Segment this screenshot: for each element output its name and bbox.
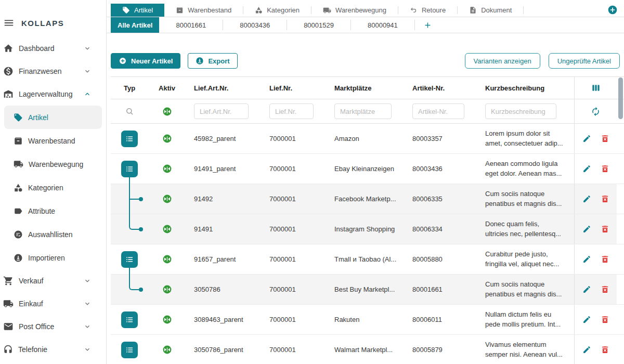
lief-nr-filter-input[interactable] [269,103,314,119]
unverified-articles-button[interactable]: Ungeprüfte Artikel [549,53,620,69]
tree-node-dot [139,197,143,201]
sidebar-item-finanzwesen[interactable]: Finanzwesen [0,60,106,83]
lief-art-nr-filter-input[interactable] [194,103,249,119]
new-article-button[interactable]: Neuer Artikel [111,53,180,69]
main-tab-bar: Artikel Warenbestand Kategorien Warenbew… [107,4,624,17]
subtab-alle-artikel[interactable]: Alle Artikel [111,17,159,33]
brand-name: KOLLAPS [21,19,64,28]
chevron-down-icon [83,345,92,354]
refresh-button[interactable] [574,99,617,123]
col-header-marktplaetze: Marktplätze [326,84,404,92]
active-toggle[interactable] [148,154,186,184]
archive-box-icon [176,6,184,14]
delete-icon[interactable] [601,194,609,203]
category-icon [255,6,263,14]
active-toggle[interactable] [148,305,186,334]
sidebar-item-verkauf[interactable]: Verkauf [0,269,106,292]
subtab-80003436[interactable]: 80003436 [223,17,287,33]
row-type-cell [111,305,148,334]
tab-dokument[interactable]: Dokument [458,4,523,17]
tree-line [129,274,140,290]
short-description: Curabitur pede justo,fringilla vel, aliq… [477,250,574,269]
sidebar-item-post-office[interactable]: Post Office [0,315,106,338]
edit-icon[interactable] [582,345,591,354]
sidebar-item-warenbestand[interactable]: Warenbestand [0,129,106,152]
edit-icon[interactable] [582,164,591,173]
sidebar-item-artikel[interactable]: Artikel [4,106,102,129]
active-toggle[interactable] [148,244,186,274]
col-header-kurzbeschreibung: Kurzbeschreibung [477,84,574,92]
delete-icon[interactable] [601,255,609,264]
tree-line [129,177,130,184]
sidebar-item-auswahllisten[interactable]: Auswahllisten [0,223,106,246]
edit-icon[interactable] [582,225,591,233]
col-header-artikel-nr: Artikel-Nr. [404,84,477,92]
parent-list-icon[interactable] [121,161,138,177]
sidebar-item-warenbewegung[interactable]: Warenbewegung [0,152,106,176]
subtab-80001529[interactable]: 80001529 [287,17,350,33]
chevron-down-icon [83,322,92,331]
edit-icon[interactable] [582,315,591,324]
sidebar-item-kategorien[interactable]: Kategorien [0,176,106,199]
edit-icon[interactable] [582,194,591,203]
truck-icon [14,159,23,169]
subtab-80001661[interactable]: 80001661 [159,17,223,33]
active-toggle[interactable] [148,214,186,244]
articles-table: Typ Aktiv Lief.Art.Nr. Lief.Nr. Marktplä… [111,76,624,364]
active-toggle[interactable] [148,335,186,364]
delete-icon[interactable] [601,285,609,294]
row-type-cell [111,214,148,244]
parent-list-icon[interactable] [121,342,138,358]
toolbar: Neuer Artikel Export Varianten anzeigen … [111,53,620,69]
show-variants-button[interactable]: Varianten anzeigen [465,53,540,69]
edit-icon[interactable] [582,285,591,294]
tab-kategorien[interactable]: Kategorien [243,4,311,17]
export-button[interactable]: Export [188,53,237,69]
tab-retoure[interactable]: Retoure [398,4,457,17]
kurzbeschreibung-filter-input[interactable] [485,103,556,119]
marktplaetze-filter-input[interactable] [334,103,392,119]
sidebar-item-attribute[interactable]: Attribute [0,199,106,223]
menu-icon[interactable] [3,17,15,29]
sidebar-item-importieren[interactable]: Importieren [0,246,106,269]
delete-icon[interactable] [601,164,609,173]
typ-filter [111,99,148,123]
short-description: Cum sociis natoquepenatibus et magnis di… [477,280,574,300]
import-circle-icon [14,253,23,263]
aktiv-filter[interactable] [148,99,186,123]
tab-warenbewegung[interactable]: Warenbewegung [311,4,398,17]
sidebar-item-einkauf[interactable]: Einkauf [0,292,106,315]
add-circle-icon [119,57,127,65]
subtab-80000941[interactable]: 80000941 [351,17,414,33]
parent-list-icon[interactable] [121,251,138,268]
sidebar-item-lagerverwaltung[interactable]: Lagerverwaltung [0,83,106,106]
add-subtab-button[interactable] [415,17,440,33]
delete-icon[interactable] [601,315,609,324]
sidebar-item-telefonie[interactable]: Telefonie [0,338,106,361]
tab-warenbestand[interactable]: Warenbestand [164,4,243,17]
tab-artikel[interactable]: Artikel [111,4,164,17]
columns-settings-button[interactable] [574,77,617,99]
edit-icon[interactable] [582,255,591,264]
table-row: 91491_parent 7000001 Ebay Kleinanzeigen … [111,154,624,184]
short-description: Aenean commodo ligulaeget dolor. Aenean … [477,159,574,179]
delete-icon[interactable] [601,134,609,143]
delete-icon[interactable] [601,345,609,354]
short-description: Vivamus elementumsemper nisi. Aenean vul… [477,340,574,360]
add-tab-button[interactable] [607,5,618,15]
active-toggle[interactable] [148,124,186,153]
chevron-down-icon [83,44,92,53]
scrollbar-thumb[interactable] [618,77,623,119]
row-type-cell [111,154,148,184]
artikel-nr-filter-input[interactable] [412,103,464,119]
parent-list-icon[interactable] [121,311,138,328]
label-icon [14,206,23,216]
edit-icon[interactable] [582,134,591,143]
delete-icon[interactable] [601,225,609,233]
parent-list-icon[interactable] [121,131,138,147]
sidebar-item-dashboard[interactable]: Dashboard [0,37,106,60]
active-toggle[interactable] [148,184,186,214]
table-row: 91491 7000001 Instagram Shopping 8000633… [111,214,624,244]
home-icon [3,43,14,54]
active-toggle[interactable] [148,275,186,304]
